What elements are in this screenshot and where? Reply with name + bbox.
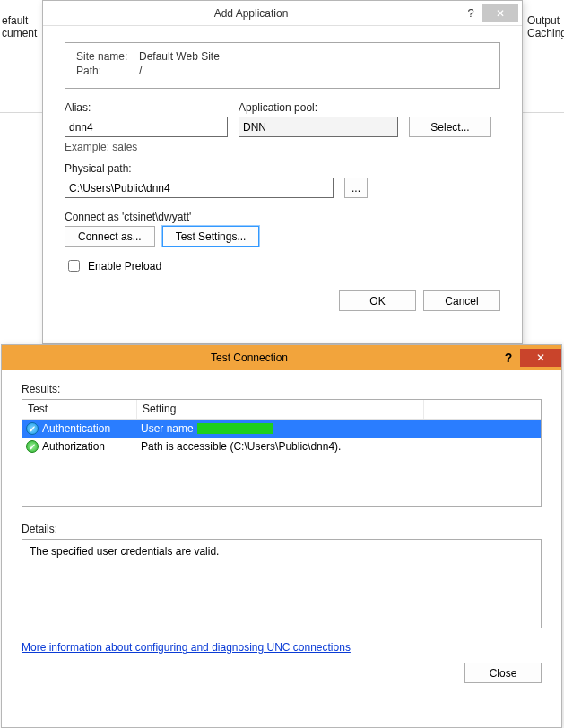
select-apppool-button[interactable]: Select... [409, 117, 491, 137]
bg-icon-label: Output [527, 14, 560, 27]
browse-button[interactable]: ... [344, 178, 368, 198]
cancel-button[interactable]: Cancel [423, 290, 500, 311]
site-path-label: Path: [76, 65, 139, 77]
site-name-value: Default Web Site [139, 50, 220, 63]
bg-icon-label: Caching [527, 27, 564, 39]
alias-label: Alias: [65, 101, 228, 114]
dialog-title: Add Application [43, 7, 459, 20]
check-icon: ✓ [26, 422, 39, 435]
apppool-label: Application pool: [239, 101, 398, 114]
close-button[interactable]: Close [464, 663, 542, 683]
help-button[interactable]: ? [459, 6, 482, 20]
physical-path-input[interactable] [65, 178, 334, 198]
unc-help-link[interactable]: More information about configuring and d… [22, 641, 351, 654]
titlebar[interactable]: Test Connection ? ✕ [2, 345, 561, 370]
apppool-input [239, 117, 398, 137]
check-icon: ✓ [26, 440, 39, 453]
results-grid[interactable]: Test Setting ✓ Authentication User name … [22, 399, 542, 507]
col-setting[interactable]: Setting [137, 400, 424, 419]
titlebar[interactable]: Add Application ? ✕ [43, 1, 522, 26]
grid-header: Test Setting [22, 400, 541, 420]
close-icon: ✕ [496, 7, 505, 20]
row-test: Authentication [42, 422, 110, 435]
enable-preload-label: Enable Preload [88, 260, 161, 273]
details-text: The specified user credentials are valid… [30, 545, 219, 558]
row-test: Authorization [42, 440, 105, 453]
enable-preload-checkbox[interactable]: Enable Preload [65, 257, 500, 274]
close-button[interactable]: ✕ [482, 4, 518, 22]
bg-icon-label: efault [2, 14, 28, 27]
col-test[interactable]: Test [22, 400, 137, 419]
close-button[interactable]: ✕ [520, 349, 561, 367]
add-application-dialog: Add Application ? ✕ Site name: Default W… [42, 0, 523, 344]
help-button[interactable]: ? [497, 351, 520, 365]
connect-as-button[interactable]: Connect as... [65, 226, 155, 247]
close-icon: ✕ [536, 351, 545, 364]
site-info-box: Site name: Default Web Site Path: / [65, 42, 500, 89]
details-label: Details: [22, 523, 542, 535]
site-name-label: Site name: [76, 50, 139, 63]
grid-row-authorization[interactable]: ✓ Authorization Path is accessible (C:\U… [22, 438, 541, 455]
grid-row-authentication[interactable]: ✓ Authentication User name [22, 420, 541, 438]
bg-icon-label: cument [2, 27, 37, 39]
test-connection-dialog: Test Connection ? ✕ Results: Test Settin… [1, 344, 562, 728]
physical-path-label: Physical path: [65, 162, 500, 175]
enable-preload-input[interactable] [68, 260, 80, 272]
row-setting: User name [141, 422, 194, 435]
site-path-value: / [139, 65, 142, 77]
row-setting: Path is accessible (C:\Users\Public\dnn4… [141, 440, 341, 453]
redacted-username [197, 423, 273, 434]
alias-example: Example: sales [65, 141, 500, 153]
test-settings-button[interactable]: Test Settings... [162, 226, 260, 247]
connect-as-label: Connect as 'ctsinet\dwyatt' [65, 211, 500, 223]
dialog-title: Test Connection [2, 351, 497, 364]
alias-input[interactable] [65, 117, 228, 137]
results-label: Results: [22, 383, 542, 395]
ok-button[interactable]: OK [339, 290, 416, 311]
details-box: The specified user credentials are valid… [22, 539, 542, 628]
